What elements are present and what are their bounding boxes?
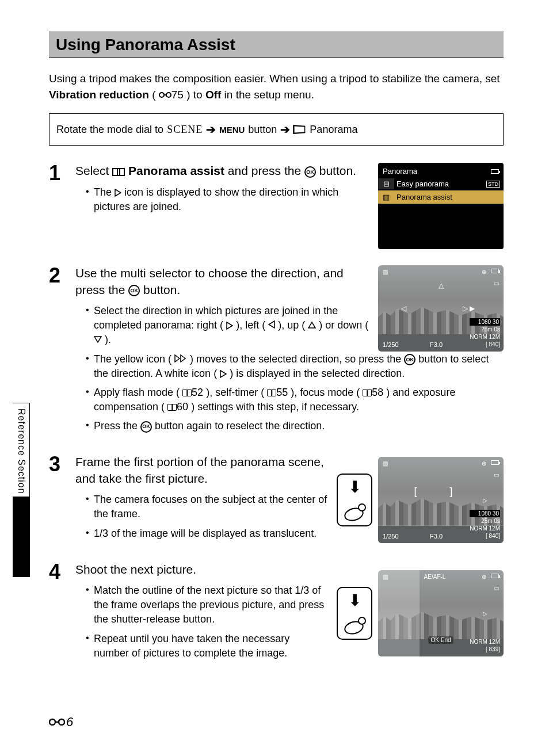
page-number: 6: [66, 715, 73, 730]
f-stop: F3.0: [430, 341, 443, 348]
direction-right-icon: [226, 322, 233, 330]
intro-ref-num: 75: [171, 89, 184, 101]
right-arrow-icon: ▷: [483, 497, 487, 503]
shutter-button-icon: [344, 617, 365, 634]
svg-point-11: [49, 719, 55, 725]
svg-marker-9: [181, 355, 185, 362]
step-number: 4: [49, 562, 65, 665]
left-arrow-icon: ◁: [401, 304, 406, 312]
easy-panorama-icon: ⊟: [378, 178, 394, 189]
t: Press the: [94, 420, 140, 432]
page-ref-icon: [363, 390, 372, 396]
camera-lcd-screenshot: ▥ ⊛ ▭ △ ◁ ▷ ▶ 1/250 F3.0: [378, 265, 504, 352]
t: icon is displayed to show the direction …: [94, 186, 338, 212]
t: ) moves to the selected direction, so pr…: [190, 353, 404, 365]
t: and press the: [228, 164, 304, 177]
direction-left-icon: [268, 319, 275, 331]
step-2: 2 Use the multi selector to choose the d…: [49, 265, 504, 438]
svg-marker-4: [227, 322, 232, 329]
camera-menu-screenshot: Panorama ⊟ Easy panorama STD ▥: [378, 163, 504, 249]
panorama-assist-icon: [112, 168, 125, 176]
direction-down-icon: [94, 334, 102, 345]
direction-right-icon: [220, 370, 227, 378]
shutter-button-icon: [344, 503, 365, 521]
intro-paragraph: Using a tripod makes the composition eas…: [49, 71, 504, 103]
svg-marker-10: [220, 371, 226, 377]
menu-item-label: Easy panorama: [396, 180, 449, 188]
ok-end-label: OK End: [428, 636, 453, 644]
panorama-icon: [293, 125, 306, 134]
route-text: Rotate the mode dial to: [56, 124, 163, 136]
t: ), focus mode (: [291, 387, 360, 398]
t: ).: [105, 334, 111, 345]
svg-marker-6: [308, 322, 315, 328]
ref: 58: [372, 387, 383, 398]
svg-point-0: [159, 93, 164, 97]
ref: 55: [276, 387, 288, 398]
menu-item-label: Panorama assist: [396, 193, 452, 201]
step-number: 3: [49, 454, 65, 545]
t: ), up (: [278, 319, 305, 331]
step-title: Frame the first portion of the panorama …: [75, 454, 327, 487]
t: ) or down (: [319, 319, 368, 331]
mode-icon: ▥: [383, 574, 388, 580]
menu-title: Panorama: [383, 167, 417, 175]
step-4: 4 Shoot the next picture. Match the outl…: [49, 562, 504, 665]
shots-remaining: [ 840]: [470, 341, 500, 348]
intro-text: in the setup menu.: [224, 89, 314, 101]
step-number: 1: [49, 163, 65, 249]
bullet: Repeat until you have taken the necessar…: [86, 632, 327, 660]
focus-brackets-icon: [ ]: [414, 485, 467, 497]
right-arrow-icon: ▷: [483, 610, 487, 616]
svg-marker-8: [175, 355, 180, 362]
direction-right-icon: [115, 189, 121, 197]
ok-button-icon: OK: [404, 354, 415, 365]
camera-lcd-screenshot: ▥ AE/AF-L ⊛ ▭ ▷ OK End NORM 12M [: [378, 570, 504, 656]
shots-remaining: [ 840]: [470, 532, 500, 540]
bullet: 1/3 of the image will be displayed as tr…: [86, 526, 327, 541]
down-arrow-icon: ⬇: [348, 593, 361, 609]
overlap-overlay: [378, 570, 420, 656]
svg-marker-7: [94, 337, 101, 342]
menu-button-label: MENU: [219, 125, 245, 135]
camera-lcd-screenshot: ▥ ⊛ ▭ [ ] ▷ 1/250 F3.0 1080 30: [378, 457, 504, 543]
bullet: Press the OK button again to reselect th…: [86, 419, 504, 433]
card-icon: ▭: [494, 585, 499, 591]
battery-icon: [491, 460, 499, 465]
ae-af-lock-label: AE/AF-L: [424, 574, 446, 580]
f-stop: F3.0: [430, 533, 443, 540]
battery-icon: [491, 269, 499, 273]
bullet: The camera focuses on the subject at the…: [86, 492, 327, 521]
svg-marker-3: [115, 189, 121, 196]
mode-icon: ▥: [383, 269, 388, 275]
step-title: Use the multi selector to choose the dir…: [75, 265, 369, 298]
bullet: Select the direction in which pictures a…: [86, 304, 369, 348]
arrow-right-icon: ➔: [206, 123, 216, 136]
route-text: button: [248, 124, 277, 136]
shots-remaining: [ 839]: [470, 646, 500, 653]
ok-button-icon: OK: [304, 166, 316, 178]
card-icon: ▭: [494, 472, 499, 478]
section-heading: Using Panorama Assist: [49, 32, 504, 58]
t: button.: [319, 164, 356, 177]
quality-badge: NORM 12M: [470, 525, 500, 532]
double-right-icon: [174, 353, 187, 365]
t: button again to reselect the direction.: [155, 420, 325, 432]
battery-icon: [491, 574, 499, 578]
direction-up-icon: [308, 319, 316, 331]
resolution-badge: 1080 30: [470, 510, 500, 517]
page-ref-icon: [182, 390, 192, 396]
shutter-speed: 1/250: [383, 341, 399, 348]
ok-button-icon: OK: [140, 421, 152, 433]
t: Use the multi selector to choose the dir…: [75, 266, 344, 296]
ok-button-icon: OK: [128, 285, 140, 296]
arrow-right-icon: ➔: [280, 123, 290, 136]
shutter-speed: 1/250: [383, 533, 399, 540]
svg-point-12: [59, 719, 64, 725]
resolution-badge: 1080 30: [470, 318, 500, 326]
reference-icon: [159, 87, 171, 104]
page-content: Using Panorama Assist Using a tripod mak…: [49, 32, 504, 681]
bullet: Match the outline of the next picture so…: [86, 583, 327, 627]
svg-point-1: [166, 93, 171, 97]
rec-time: 25m 0s: [470, 326, 500, 333]
